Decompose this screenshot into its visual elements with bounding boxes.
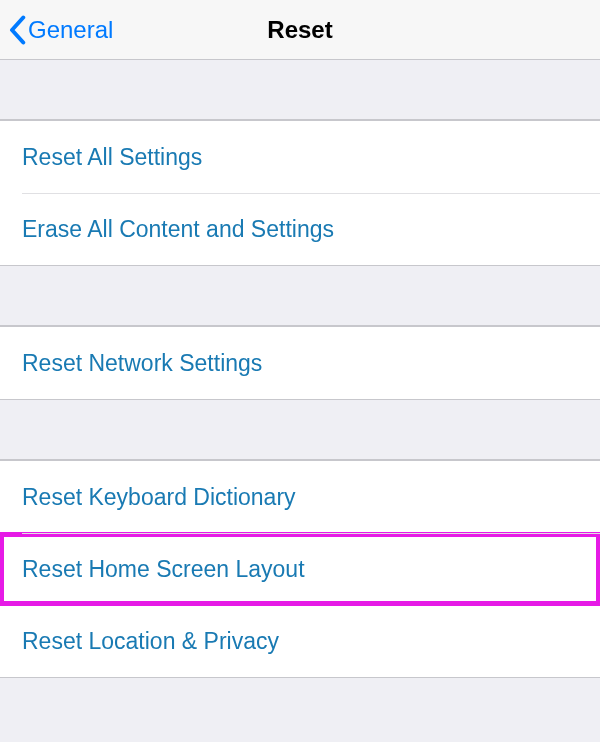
back-label: General [28, 16, 113, 44]
reset-all-settings-row[interactable]: Reset All Settings [0, 121, 600, 193]
row-label: Erase All Content and Settings [22, 216, 334, 243]
row-label: Reset Keyboard Dictionary [22, 484, 296, 511]
settings-group-3: Reset Keyboard Dictionary Reset Home Scr… [0, 460, 600, 678]
section-spacer [0, 400, 600, 460]
header-bar: General Reset [0, 0, 600, 60]
reset-keyboard-dictionary-row[interactable]: Reset Keyboard Dictionary [0, 461, 600, 533]
settings-group-1: Reset All Settings Erase All Content and… [0, 120, 600, 266]
bottom-spacer [0, 678, 600, 742]
reset-network-settings-row[interactable]: Reset Network Settings [0, 327, 600, 399]
row-label: Reset Home Screen Layout [22, 556, 305, 583]
reset-location-privacy-row[interactable]: Reset Location & Privacy [0, 605, 600, 677]
page-title: Reset [267, 16, 332, 44]
erase-all-content-row[interactable]: Erase All Content and Settings [0, 193, 600, 265]
back-button[interactable]: General [0, 15, 113, 45]
section-spacer [0, 60, 600, 120]
reset-home-screen-layout-row[interactable]: Reset Home Screen Layout [0, 533, 600, 605]
chevron-left-icon [8, 15, 26, 45]
section-spacer [0, 266, 600, 326]
settings-group-2: Reset Network Settings [0, 326, 600, 400]
row-label: Reset Network Settings [22, 350, 262, 377]
row-label: Reset Location & Privacy [22, 628, 279, 655]
row-label: Reset All Settings [22, 144, 202, 171]
